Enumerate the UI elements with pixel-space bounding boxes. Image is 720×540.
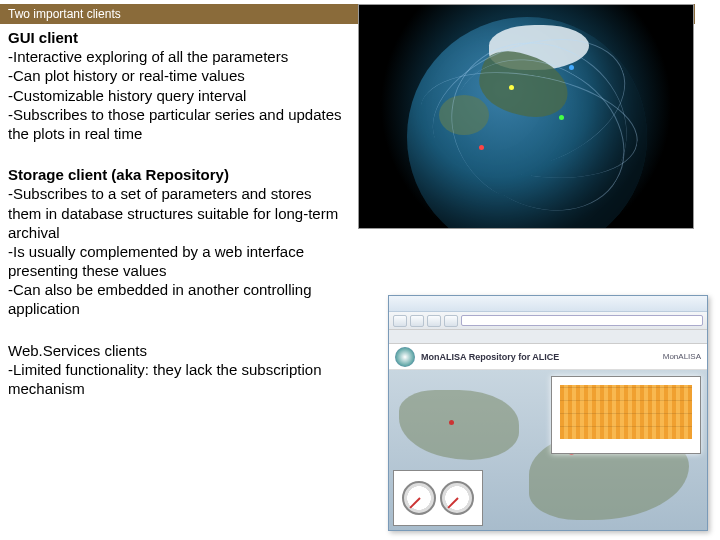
ws-heading: Web.Services clients	[8, 341, 348, 360]
ws-item: -Limited functionality: they lack the su…	[8, 360, 348, 398]
address-bar	[461, 315, 703, 326]
page-header: MonALISA Repository for ALICE MonALISA	[389, 344, 707, 370]
storage-item: -Can also be embedded in another control…	[8, 280, 348, 318]
globe-visualization-image	[358, 4, 694, 229]
map-landmass	[399, 390, 519, 460]
nav-reload-icon	[427, 315, 441, 327]
chart-grid	[560, 385, 692, 439]
chart-popup	[551, 376, 701, 454]
gui-section: GUI client -Interactive exploring of all…	[8, 28, 348, 143]
nav-home-icon	[444, 315, 458, 327]
browser-tabstrip	[389, 330, 707, 344]
brand-label: MonALISA	[663, 352, 701, 361]
network-node-icon	[569, 65, 574, 70]
page-title: MonALISA Repository for ALICE	[421, 352, 559, 362]
nav-back-icon	[393, 315, 407, 327]
storage-item: -Is usually complemented by a web interf…	[8, 242, 348, 280]
gauge-icon	[402, 481, 436, 515]
storage-heading: Storage client (aka Repository)	[8, 165, 348, 184]
network-node-icon	[479, 145, 484, 150]
gui-item: -Can plot history or real-time values	[8, 66, 348, 85]
browser-titlebar	[389, 296, 707, 312]
gui-item: -Subscribes to those particular series a…	[8, 105, 348, 143]
browser-toolbar	[389, 312, 707, 330]
network-node-icon	[509, 85, 514, 90]
gui-heading: GUI client	[8, 28, 348, 47]
nav-forward-icon	[410, 315, 424, 327]
slide-header-text: Two important clients	[8, 7, 121, 21]
gui-item: -Interactive exploring of all the parame…	[8, 47, 348, 66]
storage-item: -Subscribes to a set of parameters and s…	[8, 184, 348, 242]
network-node-icon	[559, 115, 564, 120]
text-content: GUI client -Interactive exploring of all…	[8, 28, 348, 420]
gauge-icon	[440, 481, 474, 515]
gui-item: -Customizable history query interval	[8, 86, 348, 105]
browser-screenshot-image: MonALISA Repository for ALICE MonALISA	[388, 295, 708, 531]
storage-section: Storage client (aka Repository) -Subscri…	[8, 165, 348, 319]
map-node-icon	[449, 420, 454, 425]
map-body	[389, 370, 707, 530]
ws-section: Web.Services clients -Limited functional…	[8, 341, 348, 399]
alice-logo-icon	[395, 347, 415, 367]
gauge-panel	[393, 470, 483, 526]
